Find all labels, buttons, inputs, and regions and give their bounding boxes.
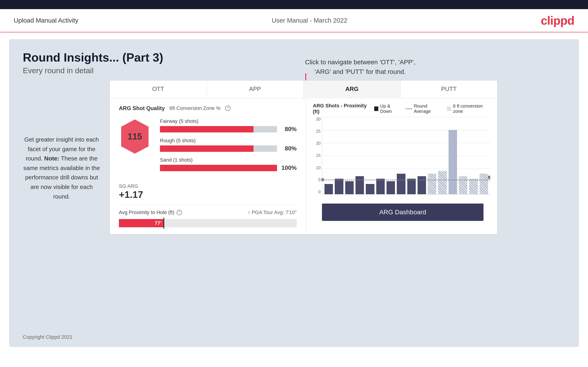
user-manual-label: User Manual - March 2022	[272, 17, 347, 24]
description-main: Get greater insight into each facet of y…	[23, 136, 100, 200]
proximity-label: Avg Proximity to Hole (ft) ?	[119, 209, 182, 215]
legend-6ft-label: 6 ft conversion zone	[453, 103, 490, 114]
chart-bar-group-2	[335, 117, 343, 194]
chart-bar-group-1	[324, 117, 333, 194]
chart-bar-group-13	[459, 117, 467, 194]
chart-bar-group-15	[480, 117, 488, 194]
bar-fill-rough	[160, 145, 253, 152]
y-label-20: 20	[316, 141, 320, 146]
proximity-value: 77'	[155, 220, 162, 226]
chart-area: 30 25 20 15 10 5 0	[313, 117, 490, 204]
chart-bar-11	[428, 174, 436, 194]
bar-row-fairway: Fairway (5 shots) 80%	[160, 118, 297, 133]
chart-bar-group-5	[366, 117, 374, 194]
bar-track-rough	[160, 145, 277, 152]
proximity-info-icon[interactable]: ?	[177, 210, 182, 215]
chart-bar-6	[376, 179, 385, 194]
chart-bar-5	[366, 184, 374, 194]
chart-bar-group-12	[438, 117, 447, 194]
dashboard-card: OTT APP ARG PUTT ARG Shot Quality 6ft Co…	[110, 80, 497, 234]
sg-label: SG ARG	[119, 183, 297, 189]
description-text: Get greater insight into each facet of y…	[23, 135, 100, 201]
sg-value: +1.17	[119, 189, 297, 200]
left-panel: ARG Shot Quality 6ft Conversion Zone % ?…	[110, 98, 306, 234]
tabs-row: OTT APP ARG PUTT	[110, 81, 497, 98]
score-section: 115 Fairway (5 shots) 80%	[119, 118, 297, 176]
header: Upload Manual Activity User Manual - Mar…	[0, 9, 588, 32]
chart-bar-group-3	[345, 117, 354, 194]
top-bar	[0, 0, 588, 9]
bar-pct-fairway: 80%	[281, 125, 297, 133]
chart-bar-10	[418, 176, 426, 194]
chart-bar-1	[324, 184, 333, 194]
chart-bar-8	[397, 174, 405, 194]
page-subtitle: Every round in detail	[23, 66, 565, 75]
legend-dashed-icon	[406, 108, 412, 109]
chart-bar-group-8	[397, 117, 405, 194]
bar-label-sand: Sand (1 shots)	[160, 157, 297, 163]
bar-container-rough: 80%	[160, 145, 297, 152]
bar-pct-rough: 80%	[281, 145, 297, 152]
legend-6ft: 6 ft conversion zone	[447, 103, 490, 114]
legend-round-avg-label: Round Average	[414, 103, 443, 114]
chart-bar-3	[345, 181, 354, 194]
legend-round-avg: Round Average	[406, 103, 442, 114]
chart-bar-15	[480, 174, 488, 194]
nav-hint-line1: Click to navigate between 'OTT', 'APP',	[305, 58, 415, 67]
proximity-label-text: Avg Proximity to Hole (ft)	[119, 209, 174, 215]
hexagon-container: 115	[119, 118, 151, 155]
upload-manual-activity-label: Upload Manual Activity	[14, 17, 78, 24]
bar-container-fairway: 80%	[160, 125, 297, 133]
y-label-15: 15	[316, 153, 320, 158]
hex-score: 115	[128, 132, 142, 142]
tab-ott[interactable]: OTT	[110, 81, 207, 98]
chart-bar-group-4	[355, 117, 364, 194]
chart-bar-group-tall	[449, 117, 457, 194]
bar-pct-sand: 100%	[281, 164, 297, 171]
y-label-30: 30	[316, 117, 320, 122]
bar-row-sand: Sand (1 shots) 100%	[160, 157, 297, 171]
bars-section: Fairway (5 shots) 80% Rough (5 shots)	[160, 118, 297, 176]
arg-dashboard-button[interactable]: ARG Dashboard	[322, 204, 484, 221]
chart-bar-group-10	[418, 117, 426, 194]
chart-bar-group-11	[428, 117, 436, 194]
proximity-cursor	[163, 218, 164, 229]
legend-square-icon	[374, 107, 378, 111]
bar-track-fairway	[160, 126, 277, 133]
bar-container-sand: 100%	[160, 164, 297, 171]
dashed-reference-line	[322, 180, 490, 180]
chart-bar-12	[438, 171, 447, 194]
panel-header-sub: 6ft Conversion Zone %	[169, 105, 220, 111]
bar-label-fairway: Fairway (5 shots)	[160, 118, 297, 124]
chart-bar-2	[335, 179, 343, 194]
chart-bar-4	[355, 176, 364, 194]
proximity-section: Avg Proximity to Hole (ft) ? ↑ PGA Tour …	[119, 205, 297, 227]
proximity-bar-track: 77'	[119, 219, 297, 227]
tab-app[interactable]: APP	[207, 81, 304, 98]
chart-bar-group-6	[376, 117, 385, 194]
legend-up-down: Up & Down	[374, 103, 401, 114]
chart-bars-area	[322, 117, 490, 194]
bar-fill-sand	[160, 165, 277, 171]
info-icon[interactable]: ?	[225, 106, 230, 111]
legend-up-down-label: Up & Down	[380, 103, 401, 114]
chart-bar-tall	[449, 130, 457, 194]
y-label-10: 10	[316, 166, 320, 170]
tab-arg[interactable]: ARG	[304, 81, 401, 98]
y-label-5: 5	[318, 178, 320, 182]
chart-bar-14	[469, 179, 477, 194]
chart-bar-13	[459, 176, 467, 194]
dashed-line-dot	[321, 178, 324, 181]
pga-avg: ↑ PGA Tour Avg: 7'10"	[248, 209, 297, 215]
right-panel-title: ARG Shots - Proximity (ft)	[313, 103, 370, 115]
proximity-bar-fill: 77'	[119, 219, 163, 227]
right-panel-header: ARG Shots - Proximity (ft) Up & Down Rou…	[313, 103, 490, 115]
panel-header-title: ARG Shot Quality	[119, 105, 165, 111]
bar-track-sand	[160, 165, 277, 171]
page-title: Round Insights... (Part 3)	[23, 50, 565, 64]
chart-bar-group-14	[469, 117, 477, 194]
y-label-0: 0	[318, 190, 320, 194]
chart-y-labels: 30 25 20 15 10 5 0	[313, 117, 322, 194]
tab-putt[interactable]: PUTT	[400, 81, 497, 98]
bar-row-rough: Rough (5 shots) 80%	[160, 138, 297, 152]
